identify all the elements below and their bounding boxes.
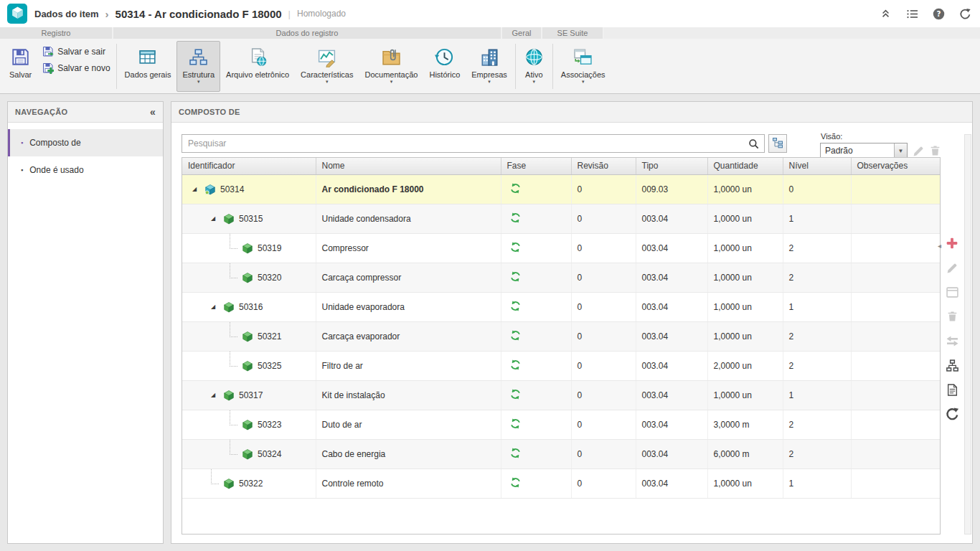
breadcrumb-item[interactable]: Dados do item (34, 9, 99, 19)
table-row[interactable]: 50319Compressor0003.041,0000 un2 (182, 233, 941, 263)
svg-text:?: ? (936, 9, 941, 18)
cell-quantidade: 1,0000 un (707, 380, 783, 410)
cell-observacoes (851, 292, 941, 321)
save-button[interactable]: Salvar ▾ (4, 41, 37, 92)
table-row[interactable]: 50325Filtro de ar0003.042,0000 un2 (182, 351, 941, 380)
ribbon-button-estrutura[interactable]: Estrutura ▾ (176, 41, 220, 92)
table-row[interactable]: 50321Carcaça evaporador0003.041,0000 un2 (182, 321, 941, 351)
chevron-down-icon: ▾ (488, 79, 491, 85)
phase-status-icon (507, 448, 521, 458)
ribbon-button-ativo[interactable]: Ativo ▾ (518, 41, 550, 92)
scrollbar[interactable] (964, 134, 971, 534)
item-identifier: 50321 (258, 331, 281, 342)
column-header-identificador[interactable]: Identificador (182, 158, 316, 174)
collapse-toolbar-icon[interactable] (879, 7, 892, 20)
expand-arrow-icon[interactable]: ◢ (211, 215, 219, 222)
column-header-nome[interactable]: Nome (316, 158, 501, 174)
phase-status-icon (507, 477, 521, 488)
expand-arrow-icon[interactable]: ◢ (211, 392, 219, 398)
refresh-button[interactable] (945, 407, 959, 421)
table-row[interactable]: 50324Cabo de energia0003.046,0000 m2 (182, 439, 941, 468)
column-header-quantidade[interactable]: Quantidade (707, 158, 783, 174)
table-row[interactable]: 50320Carcaça compressor0003.041,0000 un2 (182, 263, 941, 292)
cell-nivel: 1 (783, 380, 851, 410)
cell-revisao: 0 (571, 263, 636, 292)
view-list-icon[interactable] (905, 7, 918, 20)
phase-status-icon (507, 389, 521, 400)
reload-icon[interactable] (958, 7, 971, 20)
cell-revisao: 0 (571, 351, 636, 380)
cell-fase (501, 380, 571, 410)
ribbon-group-dados-do-registro: Dados gerais ▾ Estrutura ▾ Arquivo eletr… (119, 41, 513, 92)
cell-quantidade: 1,0000 un (707, 204, 783, 233)
ribbon: Salvar ▾ Salvar e sair Salvar e novo Dad… (0, 39, 980, 94)
search-icon[interactable] (745, 138, 764, 149)
ribbon-tab: Dados do registro (113, 27, 501, 39)
ribbon-button-empresas[interactable]: Empresas ▾ (466, 41, 513, 92)
column-header-tipo[interactable]: Tipo (636, 158, 707, 174)
ribbon-button-historico[interactable]: Histórico ▾ (423, 41, 466, 92)
ribbon-button-caracteristicas[interactable]: Características ▾ (295, 41, 359, 92)
sidebar-item-onde-usado[interactable]: ▪Onde é usado (8, 156, 163, 184)
ribbon-button-dados-gerais[interactable]: Dados gerais ▾ (119, 41, 177, 92)
cell-tipo: 003.04 (636, 321, 707, 351)
search-input[interactable] (182, 138, 745, 149)
phase-status-icon (507, 212, 521, 223)
cell-fase (501, 351, 571, 380)
view-select[interactable]: Padrão ▼ (820, 143, 908, 159)
sidebar-item-composto-de[interactable]: ▪Composto de (8, 129, 163, 156)
collapse-rail-icon[interactable]: ◂ (938, 242, 941, 250)
item-identifier: 50322 (239, 479, 263, 489)
column-header-observa-es[interactable]: Observações (851, 158, 941, 174)
cell-tipo: 003.04 (636, 263, 707, 292)
cell-fase (501, 468, 571, 498)
delete-item-button (945, 309, 959, 324)
table-row[interactable]: ◢50317Kit de instalação0003.041,0000 un1 (182, 380, 941, 410)
column-header-fase[interactable]: Fase (501, 158, 571, 174)
add-item-button[interactable] (945, 236, 959, 250)
phase-status-icon (507, 418, 521, 429)
table-row[interactable]: ◢50315Unidade condensadora0003.041,0000 … (182, 204, 941, 233)
cell-observacoes (851, 468, 941, 498)
chevron-down-icon: ▾ (326, 79, 329, 85)
item-identifier: 50317 (239, 390, 263, 400)
general-data-icon (137, 45, 158, 68)
item-icon (223, 301, 235, 313)
save-new-button[interactable]: Salvar e novo (39, 62, 113, 75)
table-row[interactable]: 50322Controle remoto0003.041,0000 un1 (182, 468, 941, 498)
status-badge: Homologado (297, 9, 346, 19)
cell-revisao: 0 (571, 204, 636, 233)
bullet-icon: ▪ (21, 139, 23, 146)
phase-status-icon (507, 301, 521, 311)
cell-fase (501, 292, 571, 321)
column-header-n-vel[interactable]: Nível (783, 158, 851, 174)
expand-arrow-icon[interactable]: ◢ (211, 303, 219, 310)
tree-view-button[interactable] (768, 134, 787, 153)
chevrons-left-icon[interactable]: « (150, 106, 156, 118)
ribbon-button-associacoes[interactable]: Associações ▾ (555, 41, 611, 92)
report-button[interactable] (945, 382, 959, 397)
tree-connector (230, 263, 237, 278)
app-logo-icon[interactable] (7, 4, 27, 24)
action-rail: ◂ (939, 123, 972, 543)
cell-tipo: 003.04 (636, 351, 707, 380)
ribbon-separator (116, 44, 117, 89)
ribbon-group-se-suite: Associações ▾ (555, 41, 611, 92)
cell-tipo: 003.04 (636, 410, 707, 439)
save-exit-button[interactable]: Salvar e sair (39, 45, 113, 58)
structure-view-button[interactable] (945, 358, 959, 372)
panel-body: Visão: Padrão ▼ IdentificadorNomeFaseRev… (171, 123, 972, 543)
table-row[interactable]: 50323Duto de ar0003.043,0000 m2 (182, 410, 941, 439)
edit-item-button (945, 260, 959, 275)
item-icon (223, 390, 235, 401)
column-header-revis-o[interactable]: Revisão (571, 158, 636, 174)
expand-arrow-icon[interactable]: ◢ (192, 186, 200, 192)
help-icon[interactable]: ? (932, 7, 945, 20)
table-row[interactable]: ◢50316Unidade evaporadora0003.041,0000 u… (182, 292, 941, 321)
ribbon-button-documentacao[interactable]: Documentação ▾ (359, 41, 423, 92)
structure-icon (188, 45, 209, 68)
cell-nome: Carcaça compressor (316, 263, 501, 292)
ribbon-button-arquivo-eletronico[interactable]: Arquivo eletrônico ▾ (220, 41, 295, 92)
edit-view-icon[interactable] (913, 145, 925, 157)
table-row[interactable]: ◢50314Ar condicionado F 180000009.031,00… (182, 174, 941, 204)
